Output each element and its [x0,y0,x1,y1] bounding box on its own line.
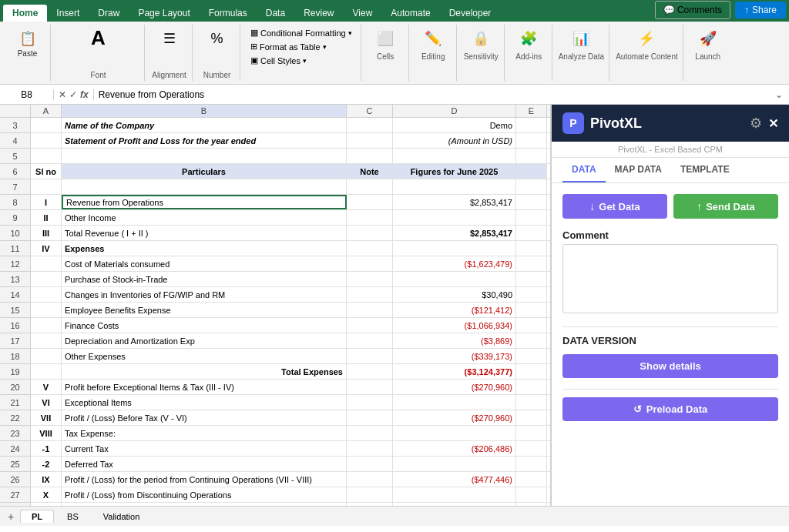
cell-24-c[interactable] [347,441,393,456]
cell-21-b[interactable]: Exceptional Items [62,395,347,410]
cell-20-d[interactable]: ($270,960) [393,380,516,394]
cell-17-d[interactable]: ($3,869) [393,333,516,348]
cell-23-e[interactable] [516,426,547,440]
insert-function-icon[interactable]: fx [80,89,89,100]
get-data-button[interactable]: ↓ Get Data [562,194,667,219]
col-header-a[interactable]: A [31,105,62,117]
paste-button[interactable]: 📋 Paste [12,26,43,59]
sheet-tab-bs[interactable]: BS [55,510,90,524]
sheet-tab-validation[interactable]: Validation [92,510,152,524]
analyze-data-button[interactable]: 📊 [566,26,596,51]
cell-6-c[interactable]: Note [347,164,393,179]
cancel-formula-icon[interactable]: ✕ [59,89,66,100]
panel-tab-data[interactable]: DATA [562,158,606,182]
add-sheet-button[interactable]: + [3,509,18,524]
cell-17-e[interactable] [516,333,547,348]
cell-10-c[interactable] [347,226,393,240]
cell-24-e[interactable] [516,441,547,456]
cell-23-b[interactable]: Tax Expense: [62,426,347,440]
cell-23-a[interactable]: VIII [31,426,62,440]
cell-4-e[interactable] [516,133,547,148]
cell-25-a[interactable]: -2 [31,457,62,471]
panel-tab-map-data[interactable]: MAP DATA [606,158,671,182]
cell-20-b[interactable]: Profit before Exceptional Items & Tax (I… [62,380,347,394]
cell-14-e[interactable] [516,287,547,302]
cell-18-b[interactable]: Other Expenses [62,349,347,363]
cell-19-e[interactable] [516,364,547,379]
close-panel-icon[interactable]: ✕ [768,116,778,131]
launch-button[interactable]: 🚀 [693,26,724,51]
cell-26-d[interactable]: ($477,446) [393,472,516,487]
cell-9-d[interactable] [393,210,516,225]
cell-12-c[interactable] [347,256,393,271]
comment-textarea[interactable] [562,244,778,313]
confirm-formula-icon[interactable]: ✓ [69,89,77,100]
cell-24-a[interactable]: -1 [31,441,62,456]
editing-button[interactable]: ✏️ [418,26,448,51]
cell-14-a[interactable] [31,287,62,302]
tab-insert[interactable]: Insert [47,5,89,22]
show-details-button[interactable]: Show details [562,354,778,378]
cell-26-a[interactable]: IX [31,472,62,487]
cell-14-b[interactable]: Changes in Inventories of FG/WIP and RM [62,287,347,302]
cell-25-c[interactable] [347,457,393,471]
cell-13-b[interactable]: Purchase of Stock-in-Trade [62,272,347,286]
cell-7-c[interactable] [347,179,393,194]
cell-6-d[interactable]: Figures for June 2025 [393,164,516,179]
col-header-e[interactable]: E [516,105,547,117]
col-header-b[interactable]: B [62,105,347,117]
tab-home[interactable]: Home [3,5,47,22]
formula-input[interactable]: Revenue from Operations [94,89,769,100]
cell-9-a[interactable]: II [31,210,62,225]
cell-5-e[interactable] [516,149,547,163]
cell-25-b[interactable]: Deferred Tax [62,457,347,471]
cell-10-e[interactable] [516,226,547,240]
cell-19-d[interactable]: ($3,124,377) [393,364,516,379]
cell-21-c[interactable] [347,395,393,410]
cell-8-a[interactable]: I [31,195,62,209]
conditional-formatting-button[interactable]: ▦ Conditional Formatting ▾ [247,26,356,39]
send-data-button[interactable]: ↑ Send Data [673,194,778,219]
cell-3-d[interactable]: Demo [393,118,516,132]
tab-page-layout[interactable]: Page Layout [129,5,199,22]
share-button[interactable]: ↑ Share [735,2,786,18]
cell-11-e[interactable] [516,241,547,256]
cell-21-a[interactable]: VI [31,395,62,410]
cells-button[interactable]: ⬜ [370,26,401,51]
cell-3-e[interactable] [516,118,547,132]
expand-formula-icon[interactable]: ⌄ [769,89,789,100]
cell-8-e[interactable] [516,195,547,209]
cell-10-a[interactable]: III [31,226,62,240]
cell-26-e[interactable] [516,472,547,487]
cell-20-a[interactable]: V [31,380,62,394]
cell-reference-box[interactable]: B8 [0,89,54,100]
cell-13-e[interactable] [516,272,547,286]
settings-icon[interactable]: ⚙ [750,115,762,132]
add-ins-button[interactable]: 🧩 [513,26,544,51]
cell-16-d[interactable]: ($1,066,934) [393,318,516,333]
number-button[interactable]: % [202,26,233,51]
cell-12-e[interactable] [516,256,547,271]
alignment-button[interactable]: ☰ [154,26,185,51]
cell-12-a[interactable] [31,256,62,271]
cell-9-e[interactable] [516,210,547,225]
cell-15-a[interactable] [31,303,62,317]
cell-16-b[interactable]: Finance Costs [62,318,347,333]
tab-automate[interactable]: Automate [381,5,439,22]
cell-5-a[interactable] [31,149,62,163]
cell-6-a[interactable]: Sl no [31,164,62,179]
tab-formulas[interactable]: Formulas [200,5,257,22]
cell-28-b[interactable]: Tax Expense of Discontinuing Operations [62,503,347,506]
cell-19-c[interactable] [347,364,393,379]
cell-23-d[interactable] [393,426,516,440]
cell-3-b[interactable]: Name of the Company [62,118,347,132]
cell-4-b[interactable]: Statement of Profit and Loss for the yea… [62,133,347,148]
cell-25-d[interactable] [393,457,516,471]
cell-15-e[interactable] [516,303,547,317]
cell-8-d[interactable]: $2,853,417 [393,195,516,209]
cell-21-e[interactable] [516,395,547,410]
tab-view[interactable]: View [344,5,382,22]
cell-23-c[interactable] [347,426,393,440]
cell-3-c[interactable] [347,118,393,132]
comments-button[interactable]: 💬 Comments [655,1,730,19]
